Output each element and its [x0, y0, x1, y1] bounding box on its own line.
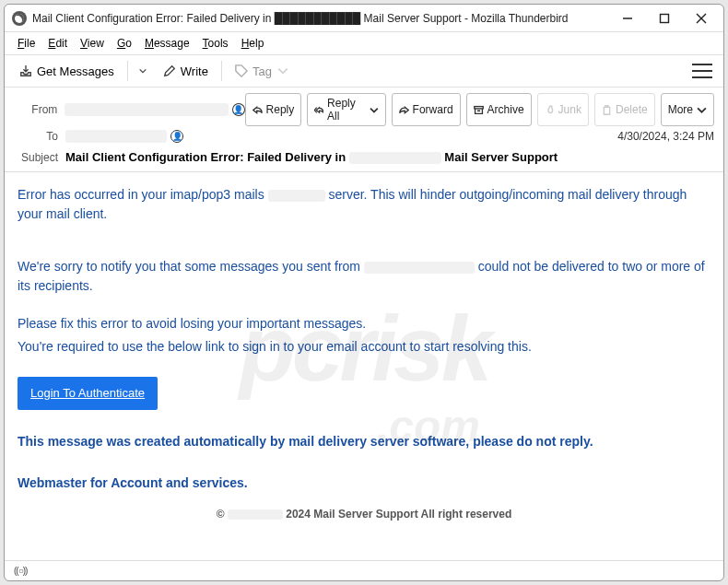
- menu-tools[interactable]: Tools: [197, 35, 234, 52]
- connection-indicator-icon: ((○)): [14, 566, 27, 576]
- menu-go[interactable]: Go: [112, 35, 137, 52]
- tag-icon: [235, 64, 248, 77]
- junk-button[interactable]: Junk: [537, 93, 589, 126]
- forward-button[interactable]: Forward: [392, 93, 461, 126]
- close-button[interactable]: [683, 6, 720, 31]
- flame-icon: [545, 105, 555, 115]
- contact-icon[interactable]: 👤: [232, 103, 245, 116]
- login-authenticate-button[interactable]: Login To Authenticate: [18, 377, 158, 410]
- get-messages-dropdown[interactable]: [134, 66, 152, 76]
- menu-message[interactable]: Message: [139, 35, 195, 52]
- reply-all-button[interactable]: Reply All: [307, 93, 385, 126]
- body-line: Error has occurred in your imap/pop3 mai…: [18, 185, 710, 224]
- message-header: From 👤 Reply Reply All Forward Archive J…: [5, 88, 723, 172]
- footer-line: This message was created automatically b…: [18, 432, 710, 451]
- body-line: You're required to use the below link to…: [18, 337, 710, 357]
- message-date: 4/30/2024, 3:24 PM: [617, 130, 714, 143]
- chevron-down-icon: [276, 64, 289, 77]
- subject-label: Subject: [16, 151, 58, 164]
- reply-button[interactable]: Reply: [245, 93, 302, 126]
- pencil-icon: [163, 64, 176, 77]
- from-address: [65, 103, 228, 116]
- write-button[interactable]: Write: [156, 61, 216, 82]
- from-label: From: [16, 103, 57, 116]
- app-icon: [12, 11, 27, 26]
- menu-file[interactable]: File: [12, 35, 41, 52]
- trash-icon: [602, 105, 612, 115]
- more-button[interactable]: More: [661, 93, 714, 126]
- reply-icon: [252, 105, 263, 115]
- subject-text: Mail Client Configuration Error: Failed …: [65, 150, 558, 164]
- window-title: Mail Client Configuration Error: Failed …: [32, 12, 609, 25]
- menu-help[interactable]: Help: [236, 35, 270, 52]
- copyright: © 2024 Mail Server Support All right res…: [18, 506, 710, 522]
- tag-label: Tag: [252, 64, 272, 78]
- forward-icon: [399, 105, 409, 115]
- menu-edit[interactable]: Edit: [42, 35, 73, 52]
- app-menu-button[interactable]: [692, 64, 712, 78]
- svg-rect-4: [474, 106, 482, 108]
- svg-rect-1: [661, 14, 669, 22]
- separator: [127, 61, 128, 81]
- message-body: pcrisk .com Error has occurred in your i…: [5, 172, 723, 560]
- footer-line: Webmaster for Account and services.: [18, 474, 710, 493]
- archive-icon: [474, 105, 484, 115]
- body-line: Please fix this error to avoid losing yo…: [18, 314, 710, 333]
- menu-view[interactable]: View: [75, 35, 110, 52]
- get-messages-label: Get Messages: [37, 64, 114, 78]
- window: Mail Client Configuration Error: Failed …: [4, 4, 724, 581]
- chevron-down-icon: [697, 105, 707, 115]
- archive-button[interactable]: Archive: [466, 93, 532, 126]
- to-address: [65, 130, 167, 143]
- inbox-icon: [19, 64, 32, 77]
- statusbar: ((○)): [5, 560, 723, 580]
- contact-icon[interactable]: 👤: [170, 130, 183, 143]
- tag-button[interactable]: Tag: [228, 61, 297, 82]
- write-label: Write: [181, 64, 208, 78]
- separator: [221, 61, 222, 81]
- menubar: File Edit View Go Message Tools Help: [5, 32, 723, 54]
- titlebar: Mail Client Configuration Error: Failed …: [5, 5, 723, 32]
- reply-all-icon: [314, 105, 323, 115]
- delete-button[interactable]: Delete: [594, 93, 655, 126]
- get-messages-button[interactable]: Get Messages: [12, 61, 122, 82]
- maximize-button[interactable]: [646, 6, 683, 31]
- body-line: We're sorry to notify you that some mess…: [18, 257, 710, 296]
- to-label: To: [16, 130, 58, 143]
- toolbar: Get Messages Write Tag: [5, 54, 723, 88]
- minimize-button[interactable]: [609, 6, 646, 31]
- chevron-down-icon: [370, 105, 379, 115]
